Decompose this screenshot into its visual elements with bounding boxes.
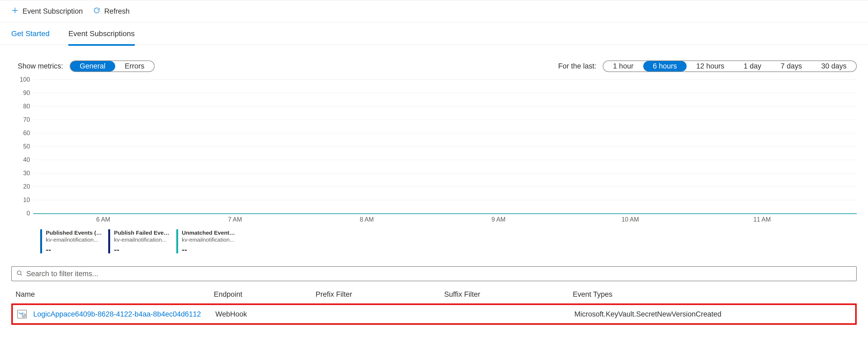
legend-series-name: Publish Failed Event...: [114, 229, 170, 236]
metrics-toggle: General Errors: [70, 61, 155, 72]
refresh-button[interactable]: Refresh: [93, 7, 130, 16]
filter-row: Show metrics: General Errors For the las…: [0, 45, 868, 72]
gridline: [33, 133, 857, 133]
range-30d[interactable]: 30 days: [811, 61, 856, 71]
y-tick-label: 10: [23, 197, 30, 204]
col-prefix: Prefix Filter: [316, 290, 444, 298]
refresh-icon: [93, 7, 100, 16]
chart-x-axis: 6 AM7 AM8 AM9 AM10 AM11 AM: [33, 213, 857, 224]
svg-point-0: [17, 271, 21, 275]
y-tick-label: 70: [23, 116, 30, 123]
col-suffix: Suffix Filter: [444, 290, 573, 298]
range-1d[interactable]: 1 day: [734, 61, 771, 71]
gridline: [33, 79, 857, 80]
legend-series-name: Published Events (Sum): [46, 229, 102, 236]
gridline: [33, 93, 857, 93]
refresh-label: Refresh: [104, 7, 130, 15]
legend-color-bar: [176, 229, 178, 253]
tab-bar: Get Started Event Subscriptions: [0, 23, 868, 45]
legend-item[interactable]: Unmatched Events (Sum)kv-emailnotificati…: [176, 229, 238, 254]
gridline: [33, 160, 857, 160]
y-tick-label: 80: [23, 103, 30, 110]
add-event-subscription-button[interactable]: Event Subscription: [11, 7, 83, 16]
table-header: Name Endpoint Prefix Filter Suffix Filte…: [11, 285, 857, 304]
y-tick-label: 30: [23, 170, 30, 177]
metrics-general[interactable]: General: [70, 61, 115, 71]
legend-series-resource: kv-emailnotification...: [114, 236, 170, 243]
gridline: [33, 146, 857, 147]
chart-legend: Published Events (Sum)kv-emailnotificati…: [40, 229, 857, 254]
legend-color-bar: [108, 229, 110, 253]
y-tick-label: 90: [23, 90, 30, 97]
search-input[interactable]: [26, 270, 852, 278]
legend-item[interactable]: Publish Failed Event...kv-emailnotificat…: [108, 229, 170, 254]
for-the-last-label: For the last:: [558, 62, 597, 70]
gridline: [33, 186, 857, 187]
cell-endpoint: WebHook: [215, 310, 317, 318]
x-tick-label: 11 AM: [753, 216, 771, 223]
y-tick-label: 50: [23, 143, 30, 150]
cell-name: LogicAppace6409b-8628-4122-b4aa-8b4ec04d…: [17, 310, 215, 318]
legend-item[interactable]: Published Events (Sum)kv-emailnotificati…: [40, 229, 102, 254]
svg-rect-2: [22, 314, 26, 317]
metrics-chart: 0102030405060708090100 6 AM7 AM8 AM9 AM1…: [18, 79, 857, 254]
time-range-toggle: 1 hour 6 hours 12 hours 1 day 7 days 30 …: [603, 61, 857, 72]
y-tick-label: 100: [20, 76, 30, 83]
gridline: [33, 173, 857, 173]
search-box[interactable]: [11, 266, 857, 281]
range-12h[interactable]: 12 hours: [687, 61, 734, 71]
plus-icon: [11, 7, 19, 16]
table-row[interactable]: LogicAppace6409b-8628-4122-b4aa-8b4ec04d…: [11, 304, 857, 325]
event-subscription-icon: [17, 310, 27, 318]
show-metrics-label: Show metrics:: [18, 62, 63, 70]
x-tick-label: 7 AM: [228, 216, 242, 223]
chart-plot-area[interactable]: 0102030405060708090100: [33, 79, 857, 213]
range-7d[interactable]: 7 days: [771, 61, 812, 71]
legend-series-value: --: [114, 245, 170, 255]
range-1h[interactable]: 1 hour: [603, 61, 643, 71]
y-tick-label: 60: [23, 130, 30, 137]
y-tick-label: 0: [27, 210, 30, 217]
legend-series-value: --: [182, 245, 238, 255]
range-6h[interactable]: 6 hours: [643, 61, 687, 71]
legend-color-bar: [40, 229, 42, 253]
x-tick-label: 10 AM: [622, 216, 639, 223]
gridline: [33, 119, 857, 120]
legend-series-resource: kv-emailnotification...: [46, 236, 102, 243]
col-name: Name: [16, 290, 214, 298]
tab-get-started[interactable]: Get Started: [11, 23, 50, 45]
metrics-errors[interactable]: Errors: [115, 61, 154, 71]
y-tick-label: 40: [23, 156, 30, 164]
x-tick-label: 8 AM: [360, 216, 374, 223]
legend-series-value: --: [46, 245, 102, 255]
add-event-subscription-label: Event Subscription: [23, 7, 83, 15]
legend-series-resource: kv-emailnotification...: [182, 236, 238, 243]
row-name-link[interactable]: LogicAppace6409b-8628-4122-b4aa-8b4ec04d…: [33, 310, 201, 318]
legend-series-name: Unmatched Events (Sum): [182, 229, 238, 236]
col-endpoint: Endpoint: [214, 290, 316, 298]
tab-event-subscriptions[interactable]: Event Subscriptions: [68, 23, 134, 46]
subscriptions-table: Name Endpoint Prefix Filter Suffix Filte…: [11, 285, 857, 325]
command-bar: Event Subscription Refresh: [0, 0, 868, 23]
search-icon: [16, 270, 23, 278]
cell-types: Microsoft.KeyVault.SecretNewVersionCreat…: [575, 310, 815, 318]
x-tick-label: 9 AM: [492, 216, 505, 223]
col-types: Event Types: [573, 290, 814, 298]
search-container: [11, 266, 857, 281]
y-tick-label: 20: [23, 183, 30, 190]
x-tick-label: 6 AM: [96, 216, 110, 223]
gridline: [33, 200, 857, 200]
